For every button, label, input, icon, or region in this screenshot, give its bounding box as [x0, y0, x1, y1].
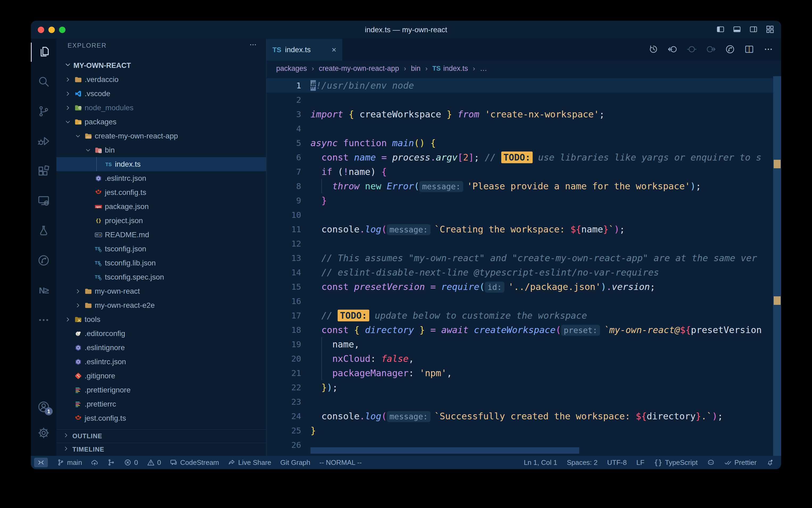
dash-circle-icon[interactable]	[687, 44, 697, 55]
activity-search[interactable]	[31, 73, 56, 92]
status-warnings[interactable]: 0	[147, 459, 161, 467]
code-line[interactable]: 16	[267, 294, 781, 308]
tree-item-jest.config.ts[interactable]: jest.config.ts	[56, 185, 266, 200]
code-line[interactable]: 13 // This assumes "my-own-react" and "c…	[267, 251, 781, 265]
status-git-branch[interactable]: main	[57, 459, 82, 467]
tree-item-my-own-react[interactable]: my-own-react	[56, 284, 266, 298]
code-line[interactable]: 24 console.log(message:`Successfully cre…	[267, 409, 781, 423]
code-line[interactable]: 9 }	[267, 193, 781, 208]
code-line[interactable]: 12	[267, 237, 781, 251]
tree-item-package.json[interactable]: npmpackage.json	[56, 200, 266, 214]
explorer-more-actions-icon[interactable]	[249, 41, 257, 50]
tree-item-.prettierrc[interactable]: .prettierrc	[56, 397, 266, 411]
tree-item-tsconfig.json[interactable]: TStsconfig.json	[56, 242, 266, 256]
activity-testing[interactable]	[31, 221, 56, 241]
layout-grid-icon[interactable]	[766, 25, 774, 35]
status-prettier[interactable]: Prettier	[724, 459, 757, 467]
tree-item-.eslintrc.json[interactable]: .eslintrc.json	[56, 171, 266, 185]
status-vim-mode[interactable]: -- NORMAL --	[319, 459, 362, 467]
status-publish[interactable]	[91, 459, 98, 466]
code-line[interactable]: 3import { createWorkspace } from 'create…	[267, 107, 781, 121]
status-live-share[interactable]: Live Share	[228, 459, 271, 467]
status-eol[interactable]: LF	[636, 459, 644, 467]
code-line[interactable]: 14 // eslint-disable-next-line @typescri…	[267, 265, 781, 280]
split-editor-icon[interactable]	[745, 44, 754, 55]
code-line[interactable]: 17 // TODO: update below to customize th…	[267, 308, 781, 323]
activity-source-control[interactable]	[31, 102, 56, 121]
tree-item-.vscode[interactable]: .vscode	[56, 87, 266, 101]
zoom-window-button[interactable]	[59, 27, 65, 33]
tree-item-tsconfig.spec.json[interactable]: TStsconfig.spec.json	[56, 270, 266, 284]
code-line[interactable]: 10	[267, 208, 781, 222]
breadcrumb-item[interactable]: create-my-own-react-app	[319, 65, 399, 73]
tree-item-bin[interactable]: 0110bin	[56, 143, 266, 157]
code-line[interactable]: 6 const name = process.argv[2]; // TODO:…	[267, 150, 781, 165]
status-codestream[interactable]: CodeStream	[170, 459, 219, 467]
code-line[interactable]: 25}	[267, 423, 781, 438]
code-line[interactable]: 8 throw new Error(message:'Please provid…	[267, 179, 781, 193]
breadcrumb-item[interactable]: TSindex.ts	[432, 65, 468, 73]
tree-item-.prettierignore[interactable]: .prettierignore	[56, 383, 266, 397]
section-outline[interactable]: OUTLINE	[56, 429, 266, 442]
status-cursor-position[interactable]: Ln 1, Col 1	[524, 459, 557, 467]
status-notifications[interactable]	[766, 459, 774, 466]
horizontal-scrollbar[interactable]	[311, 447, 579, 454]
activity-remote-explorer[interactable]	[31, 192, 56, 211]
tab-index-ts[interactable]: TS index.ts ×	[267, 39, 343, 61]
breadcrumb-item[interactable]: packages	[276, 65, 307, 73]
code-line[interactable]: 5async function main() {	[267, 136, 781, 150]
ellipsis-icon[interactable]	[764, 44, 773, 55]
activity-commit-graph[interactable]	[31, 251, 56, 270]
code-line[interactable]: 2	[267, 93, 781, 107]
status-encoding[interactable]: UTF-8	[607, 459, 627, 467]
code-line[interactable]: 4	[267, 121, 781, 136]
tree-item-.editorconfig[interactable]: .editorconfig	[56, 327, 266, 341]
tree-item-jest.config.ts[interactable]: jest.config.ts	[56, 411, 266, 425]
tree-item-packages[interactable]: packages	[56, 115, 266, 129]
status-language-mode[interactable]: {}TypeScript	[654, 459, 698, 467]
code-line[interactable]: 23	[267, 394, 781, 409]
section-timeline[interactable]: TIMELINE	[56, 442, 266, 456]
status-errors[interactable]: 0	[124, 459, 138, 467]
breadcrumb-item[interactable]: bin	[411, 65, 421, 73]
activity-more[interactable]	[31, 311, 56, 330]
activity-extensions[interactable]	[31, 162, 56, 181]
tree-item-.eslintignore[interactable]: .eslintignore	[56, 341, 266, 355]
activity-run-debug[interactable]	[31, 132, 56, 151]
layout-sidebar-right-icon[interactable]	[749, 25, 758, 35]
code-line[interactable]: 1#!/usr/bin/env node	[267, 78, 781, 93]
activity-nx-console[interactable]: N≥	[31, 281, 56, 300]
tree-item-.verdaccio[interactable]: .verdaccio	[56, 73, 266, 87]
minimize-window-button[interactable]	[48, 27, 55, 33]
status-indentation[interactable]: Spaces: 2	[567, 459, 598, 467]
tree-item-index.ts[interactable]: TSindex.ts	[56, 157, 266, 171]
status-copilot[interactable]	[707, 459, 715, 466]
tree-item-tools[interactable]: tools	[56, 312, 266, 327]
status-pipeline[interactable]	[107, 459, 115, 466]
code-line[interactable]: 15 const presetVersion = require(id:'../…	[267, 280, 781, 294]
tree-item-project.json[interactable]: {}project.json	[56, 214, 266, 228]
breadcrumb-item[interactable]: …	[480, 65, 487, 73]
back-circle-icon[interactable]	[668, 44, 677, 55]
tree-item-.gitignore[interactable]: .gitignore	[56, 369, 266, 383]
tree-item-.eslintrc.json[interactable]: .eslintrc.json	[56, 355, 266, 369]
code-line[interactable]: 11 console.log(message:`Creating the wor…	[267, 222, 781, 237]
tree-item-tsconfig.lib.json[interactable]: TStsconfig.lib.json	[56, 256, 266, 270]
tree-item-my-own-react-e2e[interactable]: my-own-react-e2e	[56, 298, 266, 312]
layout-panel-icon[interactable]	[733, 25, 741, 35]
code-content[interactable]: 1#!/usr/bin/env node23import { createWor…	[267, 76, 781, 456]
vertical-scrollbar[interactable]	[773, 76, 781, 456]
tree-item-node_modules[interactable]: JSnode_modules	[56, 101, 266, 115]
code-line[interactable]: 19 name,	[267, 337, 781, 351]
tree-root-folder[interactable]: MY-OWN-REACT	[56, 58, 266, 73]
layout-sidebar-left-icon[interactable]	[716, 25, 725, 35]
history-icon[interactable]	[649, 44, 658, 55]
status-remote-indicator[interactable]	[34, 458, 48, 467]
tree-item-README.md[interactable]: README.md	[56, 228, 266, 242]
code-line[interactable]: 21 packageManager: 'npm',	[267, 366, 781, 380]
code-line[interactable]: 20 nxCloud: false,	[267, 351, 781, 366]
close-window-button[interactable]	[38, 27, 44, 33]
code-line[interactable]: 18 const { directory } = await createWor…	[267, 323, 781, 337]
status-git-graph[interactable]: Git Graph	[280, 459, 311, 467]
code-line[interactable]: 7 if (!name) {	[267, 165, 781, 179]
